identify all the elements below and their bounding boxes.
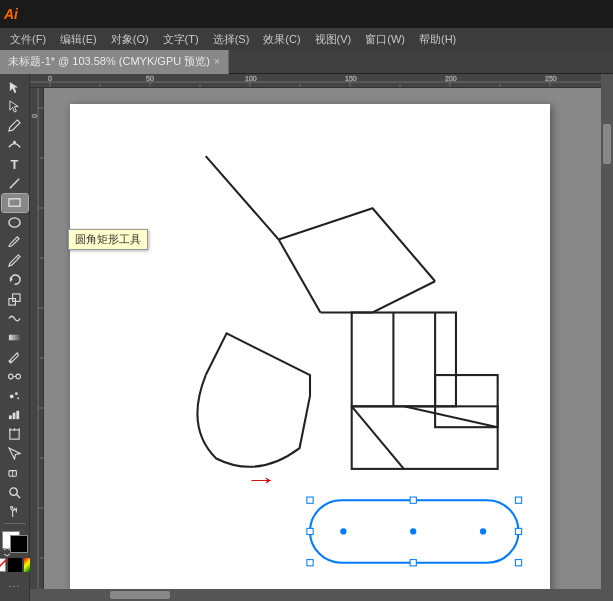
ruler-left: 0 [30, 88, 44, 589]
svg-rect-18 [9, 416, 12, 420]
tool-zoom[interactable] [2, 483, 28, 501]
svg-point-17 [17, 397, 19, 399]
hand-icon [8, 505, 21, 518]
tool-pencil[interactable] [2, 252, 28, 270]
toolbar-more-dots[interactable]: ... [9, 573, 20, 597]
document-tab[interactable]: 未标题-1* @ 103.58% (CMYK/GPU 预览) × [0, 50, 229, 74]
svg-line-6 [16, 257, 18, 259]
title-bar: Ai [0, 0, 613, 28]
tool-curvature[interactable] [2, 136, 28, 154]
scrollbar-thumb-right[interactable] [603, 124, 611, 164]
paintbrush-icon [8, 235, 21, 248]
direct-select-icon [8, 100, 21, 113]
svg-point-13 [16, 374, 21, 379]
scrollbar-bottom[interactable] [30, 589, 601, 601]
tool-slice[interactable] [2, 444, 28, 462]
main-layout: T [0, 74, 613, 601]
svg-text:0: 0 [48, 75, 52, 82]
tool-warp[interactable] [2, 309, 28, 327]
svg-text:200: 200 [445, 75, 457, 82]
menu-edit[interactable]: 编辑(E) [54, 30, 103, 49]
tool-graph[interactable] [2, 406, 28, 424]
menu-help[interactable]: 帮助(H) [413, 30, 462, 49]
svg-rect-19 [13, 413, 16, 420]
artboard [70, 104, 550, 594]
svg-text:250: 250 [545, 75, 557, 82]
tool-hand[interactable] [2, 502, 28, 520]
svg-rect-60 [352, 313, 456, 407]
tab-title: 未标题-1* @ 103.58% (CMYK/GPU 预览) [8, 54, 210, 69]
ellipse-icon [8, 216, 21, 229]
svg-rect-68 [307, 497, 313, 503]
svg-rect-21 [10, 430, 19, 439]
svg-point-78 [480, 528, 486, 534]
svg-line-66 [404, 406, 498, 427]
curvature-icon [8, 138, 21, 151]
tool-blend[interactable] [2, 367, 28, 385]
tool-symbol[interactable] [2, 387, 28, 405]
tool-artboard[interactable] [2, 425, 28, 443]
arrow-pointer-1: → [245, 467, 278, 493]
eyedropper-icon [8, 351, 21, 364]
svg-marker-0 [10, 82, 18, 93]
type-icon: T [11, 157, 19, 172]
svg-rect-74 [307, 528, 313, 534]
svg-line-65 [352, 406, 404, 469]
svg-point-16 [15, 392, 18, 395]
svg-rect-10 [9, 335, 20, 341]
svg-text:100: 100 [245, 75, 257, 82]
tool-gradient[interactable] [2, 329, 28, 347]
pen-icon [8, 119, 21, 132]
svg-rect-9 [13, 294, 20, 301]
pencil-icon [8, 254, 21, 267]
tooltip-rounded-rect: 圆角矩形工具 [68, 229, 148, 250]
tool-scale[interactable] [2, 290, 28, 308]
scale-icon [8, 293, 21, 306]
slice-icon [8, 447, 21, 460]
menu-file[interactable]: 文件(F) [4, 30, 52, 49]
tool-type[interactable]: T [2, 155, 28, 173]
svg-rect-4 [9, 199, 20, 206]
svg-point-77 [340, 528, 346, 534]
more-tools-icon[interactable]: ... [9, 578, 20, 589]
warp-icon [8, 312, 21, 325]
menu-object[interactable]: 对象(O) [105, 30, 155, 49]
menu-view[interactable]: 视图(V) [309, 30, 358, 49]
color-fill-none[interactable] [0, 558, 6, 572]
tool-rotate[interactable] [2, 271, 28, 289]
left-toolbar: T [0, 74, 30, 601]
svg-rect-71 [515, 560, 521, 566]
menu-type[interactable]: 文字(T) [157, 30, 205, 49]
zoom-icon [8, 486, 21, 499]
tool-direct-select[interactable] [2, 97, 28, 115]
tool-eraser[interactable] [2, 464, 28, 482]
tool-paintbrush[interactable] [2, 232, 28, 250]
scrollbar-thumb-bottom[interactable] [110, 591, 170, 599]
swap-colors-icon[interactable] [2, 543, 12, 553]
tab-close-button[interactable]: × [214, 56, 220, 67]
drawing-content [70, 104, 550, 594]
rect-icon [8, 196, 21, 209]
menu-effect[interactable]: 效果(C) [257, 30, 306, 49]
menu-select[interactable]: 选择(S) [207, 30, 256, 49]
svg-point-15 [10, 395, 14, 399]
tool-ellipse[interactable] [2, 213, 28, 231]
tool-line[interactable] [2, 174, 28, 192]
tool-pen[interactable] [2, 117, 28, 135]
menu-bar: 文件(F) 编辑(E) 对象(O) 文字(T) 选择(S) 效果(C) 视图(V… [0, 28, 613, 50]
tool-rect[interactable] [2, 194, 28, 212]
canvas-area: 0 50 100 150 200 250 0 [30, 74, 613, 601]
stroke-color-swatch[interactable] [10, 535, 28, 553]
eraser-icon [8, 466, 21, 479]
tab-bar: 未标题-1* @ 103.58% (CMYK/GPU 预览) × [0, 50, 613, 74]
menu-window[interactable]: 窗口(W) [359, 30, 411, 49]
scrollbar-right[interactable] [601, 74, 613, 601]
svg-rect-70 [307, 560, 313, 566]
graph-icon [8, 408, 21, 421]
color-black[interactable] [8, 558, 22, 572]
svg-marker-1 [10, 101, 18, 112]
artboard-icon [8, 428, 21, 441]
tool-eyedropper[interactable] [2, 348, 28, 366]
svg-line-3 [10, 179, 19, 188]
tool-selection[interactable] [2, 78, 28, 96]
